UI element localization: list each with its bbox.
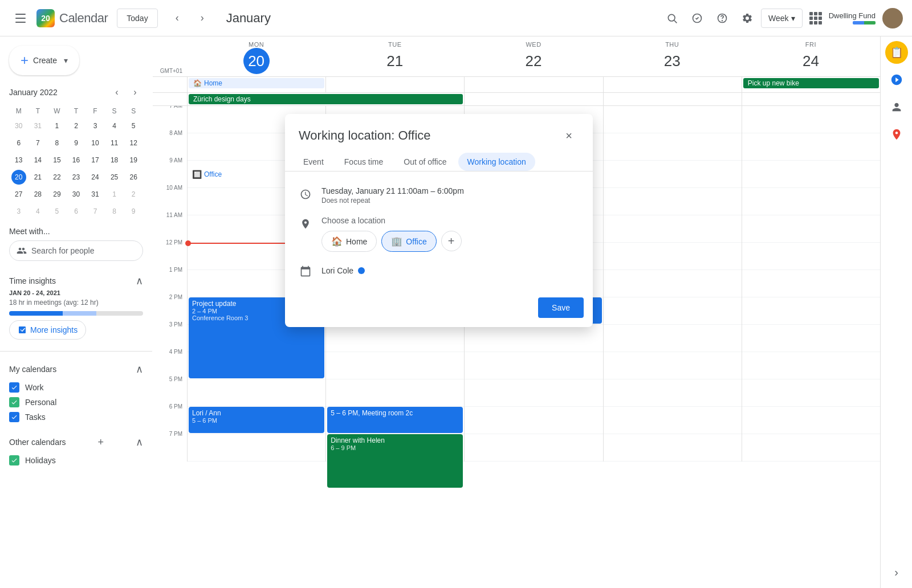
right-tasks-icon[interactable] [885,68,908,91]
mini-cal-day[interactable]: 31 [28,117,48,134]
mini-cal-day[interactable]: 27 [9,186,28,203]
mini-cal-day[interactable]: 13 [9,152,28,169]
other-calendar-item[interactable]: Holidays [9,453,143,468]
mini-cal-day[interactable]: 9 [124,203,143,220]
close-button[interactable]: × [559,125,579,146]
tab-focus-time[interactable]: Focus time [335,153,392,171]
save-button[interactable]: Save [538,297,584,318]
my-calendars-collapse[interactable]: ∧ [136,363,143,375]
tab-working-location[interactable]: Working location [458,153,535,171]
mini-cal-day[interactable]: 23 [67,169,86,186]
mini-cal-day[interactable]: 5 [124,117,143,134]
working-location-popup[interactable]: Working location: Office × Event Focus t… [285,114,593,327]
mini-cal-day[interactable]: 12 [124,134,143,152]
day-header-fri[interactable]: FRI 24 [742,36,880,76]
calendar-checkbox[interactable] [9,397,19,407]
mini-cal-day[interactable]: 18 [105,152,124,169]
day-header-wed[interactable]: WED 22 [464,36,602,76]
mini-cal-day[interactable]: 10 [85,134,105,152]
home-location-button[interactable]: 🏠 Home [321,231,377,252]
mini-cal-day[interactable]: 15 [47,152,67,169]
day-number[interactable]: 20 [243,48,270,74]
mini-cal-day[interactable]: 4 [105,117,124,134]
mini-cal-prev[interactable]: ‹ [109,84,125,100]
mini-cal-day[interactable]: 25 [105,169,124,186]
menu-button[interactable] [9,7,32,30]
search-people[interactable]: Search for people [9,240,143,261]
mini-cal-day[interactable]: 16 [67,152,86,169]
calendar-checkbox[interactable] [9,382,19,393]
office-location-button[interactable]: 🏢 Office [381,231,436,252]
time-insights-collapse[interactable]: ∧ [136,275,143,287]
mini-cal-day[interactable]: 4 [28,203,48,220]
mini-cal-day[interactable]: 17 [85,152,105,169]
my-calendar-item[interactable]: Personal [9,395,143,410]
mini-cal-day[interactable]: 1 [105,186,124,203]
right-maps-icon[interactable] [885,123,908,146]
right-expand-icon[interactable]: › [885,561,908,583]
today-button[interactable]: Today [117,9,157,28]
more-insights-button[interactable]: More insights [9,320,86,340]
next-button[interactable]: › [192,8,213,28]
mini-cal-day[interactable]: 9 [67,134,86,152]
mini-cal-day[interactable]: 8 [47,134,67,152]
mini-cal-next[interactable]: › [127,84,143,100]
view-selector[interactable]: Week ▾ [761,9,803,28]
mini-cal-day[interactable]: 5 [47,203,67,220]
right-notes-icon[interactable]: 📋 [885,41,908,64]
day-header-mon[interactable]: MON 20 [187,36,325,76]
mini-cal-day[interactable]: 11 [105,134,124,152]
avatar[interactable] [882,8,903,28]
mini-cal-day[interactable]: 1 [47,117,67,134]
search-button[interactable] [661,7,683,30]
mini-cal-day[interactable]: 30 [9,117,28,134]
other-calendars-add[interactable]: + [98,436,104,448]
day-number[interactable]: 24 [797,48,824,74]
day-number[interactable]: 22 [520,48,547,74]
my-calendar-item[interactable]: Work [9,380,143,395]
apps-button[interactable] [809,12,822,24]
day-number[interactable]: 23 [659,48,685,74]
right-people-icon[interactable] [885,96,908,119]
mini-cal-day[interactable]: 22 [47,169,67,186]
tab-event[interactable]: Event [294,153,333,171]
mini-cal-day[interactable]: 24 [85,169,105,186]
zurich-event[interactable]: Zürich design days [189,94,463,104]
my-calendar-item[interactable]: Tasks [9,410,143,424]
mini-cal-day[interactable]: 7 [85,203,105,220]
mini-cal-day[interactable]: 29 [47,186,67,203]
mini-cal-day[interactable]: 28 [28,186,48,203]
help-button[interactable] [711,7,734,30]
add-location-button[interactable]: + [441,231,462,251]
settings-button[interactable] [736,7,759,30]
prev-button[interactable]: ‹ [167,8,188,28]
mini-cal-day[interactable]: 3 [85,117,105,134]
day-header-tue[interactable]: TUE 21 [325,36,464,76]
status-button[interactable] [686,7,709,30]
calendar-event[interactable]: Lori / Ann5 – 6 PM [189,407,324,433]
mini-cal-day[interactable]: 31 [85,186,105,203]
mini-cal-day[interactable]: 6 [67,203,86,220]
mini-cal-day[interactable]: 21 [28,169,48,186]
mini-cal-day[interactable]: 26 [124,169,143,186]
mini-cal-day[interactable]: 30 [67,186,86,203]
mini-cal-day[interactable]: 8 [105,203,124,220]
mini-cal-day[interactable]: 7 [28,134,48,152]
pickup-event[interactable]: Pick up new bike [743,78,879,88]
calendar-checkbox[interactable] [9,412,19,422]
mini-cal-day[interactable]: 14 [28,152,48,169]
mini-cal-day[interactable]: 2 [67,117,86,134]
mini-cal-day[interactable]: 3 [9,203,28,220]
mini-cal-day[interactable]: 19 [124,152,143,169]
create-button[interactable]: + Create ▾ [9,46,79,75]
mini-cal-day[interactable]: 6 [9,134,28,152]
mini-cal-day[interactable]: 20 [9,169,28,186]
calendar-checkbox[interactable] [9,455,19,466]
tab-out-of-office[interactable]: Out of office [394,153,455,171]
other-calendars-collapse[interactable]: ∧ [136,436,143,448]
mini-cal-day[interactable]: 2 [124,186,143,203]
day-number[interactable]: 21 [382,48,408,74]
calendar-event[interactable]: Dinner with Helen6 – 9 PM [327,434,463,488]
calendar-event[interactable]: 5 – 6 PM, Meeting room 2c [327,407,463,433]
day-header-thu[interactable]: THU 23 [603,36,742,76]
